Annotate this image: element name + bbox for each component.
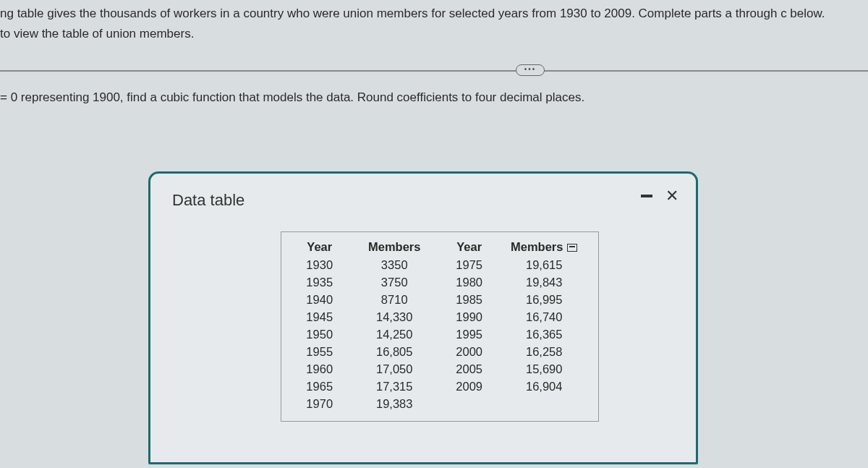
cell-members: 16,805 <box>349 343 440 360</box>
table-row: 1940 8710 1985 16,995 <box>290 291 590 308</box>
table-row: 1960 17,050 2005 15,690 <box>290 360 590 378</box>
cell-members: 14,330 <box>349 308 440 326</box>
cell-members <box>498 395 590 412</box>
data-table-container: Year Members Year Members 1930 3350 1975… <box>281 231 599 422</box>
cell-year: 1950 <box>290 326 349 343</box>
close-icon[interactable]: ✕ <box>665 188 678 204</box>
cell-year: 1965 <box>290 378 349 395</box>
cell-members: 17,050 <box>349 360 440 378</box>
cell-year <box>440 395 498 412</box>
table-row: 1935 3750 1980 19,843 <box>290 273 590 291</box>
cell-members: 17,315 <box>349 378 440 395</box>
cell-year: 1955 <box>290 343 349 360</box>
intro-line-2: to view the table of union members. <box>0 25 868 43</box>
modal-title: Data table <box>172 191 674 210</box>
cell-year: 1980 <box>440 273 498 291</box>
data-table-modal: ✕ Data table Year Members Year Members 1… <box>148 171 698 464</box>
cell-members: 3350 <box>349 256 440 273</box>
header-members-right: Members <box>498 238 590 256</box>
cell-year: 2000 <box>440 343 498 360</box>
section-divider: ••• <box>0 70 868 72</box>
cell-year: 1970 <box>290 395 349 412</box>
table-row: 1955 16,805 2000 16,258 <box>290 343 590 360</box>
table-row: 1930 3350 1975 19,615 <box>290 256 590 273</box>
cell-year: 1960 <box>290 360 349 378</box>
cell-members: 19,843 <box>498 273 590 291</box>
table-body: 1930 3350 1975 19,615 1935 3750 1980 19,… <box>290 256 590 412</box>
cell-year: 1930 <box>290 256 349 273</box>
cell-year: 1985 <box>440 291 498 308</box>
intro-line-1: ng table gives the thousands of workers … <box>0 4 868 23</box>
table-row: 1945 14,330 1990 16,740 <box>290 308 590 326</box>
header-year-left: Year <box>290 238 349 256</box>
header-year-right: Year <box>440 238 498 256</box>
minimize-icon[interactable] <box>641 195 652 197</box>
cell-members: 19,383 <box>349 395 440 412</box>
table-row: 1970 19,383 <box>290 395 590 412</box>
cell-year: 1940 <box>290 291 349 308</box>
header-members-left: Members <box>349 238 440 256</box>
cell-year: 2005 <box>440 360 498 378</box>
table-row: 1965 17,315 2009 16,904 <box>290 378 590 395</box>
cell-year: 2009 <box>440 378 498 395</box>
cell-members: 16,740 <box>498 308 590 326</box>
table-row: 1950 14,250 1995 16,365 <box>290 326 590 343</box>
cell-members: 16,258 <box>498 343 590 360</box>
popup-icon[interactable] <box>567 244 577 252</box>
cell-year: 1990 <box>440 308 498 326</box>
cell-year: 1995 <box>440 326 498 343</box>
table-header-row: Year Members Year Members <box>290 238 590 256</box>
problem-intro: ng table gives the thousands of workers … <box>0 0 868 43</box>
cell-members: 3750 <box>349 273 440 291</box>
union-members-table: Year Members Year Members 1930 3350 1975… <box>290 238 590 412</box>
cell-members: 15,690 <box>498 360 590 378</box>
cell-year: 1975 <box>440 256 498 273</box>
question-prompt: = 0 representing 1900, find a cubic func… <box>0 90 868 105</box>
cell-members: 16,904 <box>498 378 590 395</box>
more-options-badge[interactable]: ••• <box>516 64 545 76</box>
cell-members: 14,250 <box>349 326 440 343</box>
cell-members: 16,995 <box>498 291 590 308</box>
cell-year: 1945 <box>290 308 349 326</box>
cell-members: 16,365 <box>498 326 590 343</box>
cell-year: 1935 <box>290 273 349 291</box>
cell-members: 19,615 <box>498 256 590 273</box>
cell-members: 8710 <box>349 291 440 308</box>
